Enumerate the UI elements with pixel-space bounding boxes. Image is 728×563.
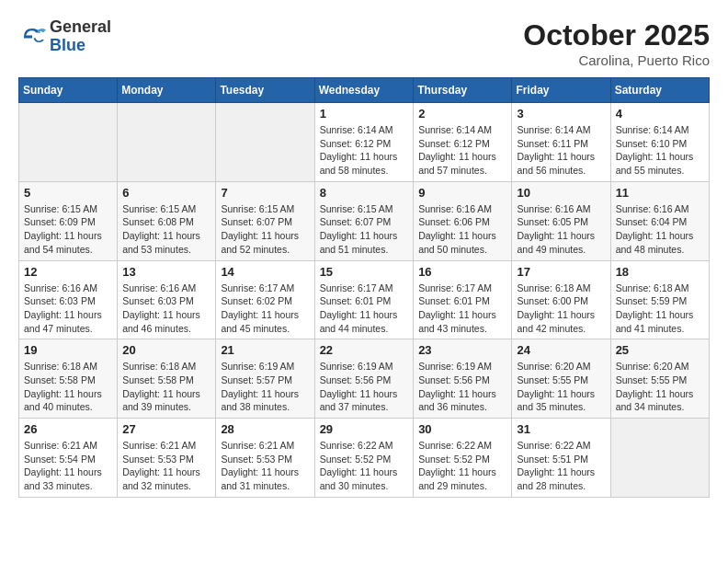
day-number: 8	[320, 186, 409, 200]
logo-general-text: General	[50, 17, 111, 36]
day-info: Sunrise: 6:20 AMSunset: 5:55 PMDaylight:…	[517, 360, 605, 414]
day-number: 24	[517, 343, 605, 357]
day-header-sunday: Sunday	[19, 78, 118, 103]
calendar-week-row: 1Sunrise: 6:14 AMSunset: 6:12 PMDaylight…	[19, 103, 710, 182]
calendar-cell: 18Sunrise: 6:18 AMSunset: 5:59 PMDayligh…	[610, 260, 709, 339]
day-info: Sunrise: 6:17 AMSunset: 6:01 PMDaylight:…	[418, 282, 506, 336]
calendar-header-row: SundayMondayTuesdayWednesdayThursdayFrid…	[19, 78, 710, 103]
day-number: 1	[320, 107, 409, 121]
day-number: 25	[616, 343, 704, 357]
day-number: 3	[517, 107, 605, 121]
calendar: SundayMondayTuesdayWednesdayThursdayFrid…	[18, 77, 710, 498]
day-info: Sunrise: 6:22 AMSunset: 5:52 PMDaylight:…	[418, 439, 506, 493]
header: General Blue October 2025 Carolina, Puer…	[18, 18, 710, 68]
day-info: Sunrise: 6:14 AMSunset: 6:11 PMDaylight:…	[517, 123, 605, 178]
calendar-cell: 14Sunrise: 6:17 AMSunset: 6:02 PMDayligh…	[216, 260, 314, 339]
day-number: 17	[517, 265, 605, 279]
day-number: 26	[24, 422, 112, 436]
calendar-cell: 15Sunrise: 6:17 AMSunset: 6:01 PMDayligh…	[314, 260, 414, 339]
day-header-monday: Monday	[118, 78, 216, 103]
calendar-cell: 19Sunrise: 6:18 AMSunset: 5:58 PMDayligh…	[19, 339, 118, 419]
day-header-saturday: Saturday	[610, 78, 709, 103]
calendar-cell: 12Sunrise: 6:16 AMSunset: 6:03 PMDayligh…	[19, 260, 118, 339]
day-number: 21	[221, 343, 309, 357]
logo-icon	[18, 23, 46, 51]
day-info: Sunrise: 6:18 AMSunset: 6:00 PMDaylight:…	[517, 282, 605, 336]
day-info: Sunrise: 6:15 AMSunset: 6:09 PMDaylight:…	[24, 202, 112, 257]
day-number: 20	[122, 343, 210, 357]
logo: General Blue	[18, 18, 111, 55]
calendar-cell: 5Sunrise: 6:15 AMSunset: 6:09 PMDaylight…	[19, 181, 118, 260]
calendar-cell: 20Sunrise: 6:18 AMSunset: 5:58 PMDayligh…	[118, 339, 216, 419]
day-number: 14	[221, 265, 309, 279]
day-info: Sunrise: 6:19 AMSunset: 5:56 PMDaylight:…	[418, 360, 506, 414]
day-info: Sunrise: 6:22 AMSunset: 5:51 PMDaylight:…	[517, 439, 605, 493]
day-info: Sunrise: 6:17 AMSunset: 6:02 PMDaylight:…	[221, 282, 309, 336]
day-info: Sunrise: 6:15 AMSunset: 6:07 PMDaylight:…	[320, 202, 409, 257]
calendar-cell: 7Sunrise: 6:15 AMSunset: 6:07 PMDaylight…	[216, 181, 314, 260]
day-number: 15	[320, 265, 409, 279]
day-info: Sunrise: 6:15 AMSunset: 6:08 PMDaylight:…	[122, 202, 210, 257]
day-number: 12	[24, 265, 112, 279]
day-number: 11	[616, 186, 704, 200]
day-number: 7	[221, 186, 309, 200]
day-number: 5	[24, 186, 112, 200]
day-info: Sunrise: 6:21 AMSunset: 5:54 PMDaylight:…	[24, 439, 112, 493]
day-info: Sunrise: 6:14 AMSunset: 6:12 PMDaylight:…	[418, 123, 506, 178]
day-number: 13	[122, 265, 210, 279]
calendar-cell: 22Sunrise: 6:19 AMSunset: 5:56 PMDayligh…	[314, 339, 414, 419]
calendar-cell: 11Sunrise: 6:16 AMSunset: 6:04 PMDayligh…	[610, 181, 709, 260]
day-info: Sunrise: 6:18 AMSunset: 5:58 PMDaylight:…	[24, 360, 112, 414]
day-info: Sunrise: 6:16 AMSunset: 6:03 PMDaylight:…	[24, 282, 112, 336]
logo-blue-text: Blue	[50, 36, 85, 54]
day-number: 27	[122, 422, 210, 436]
day-info: Sunrise: 6:17 AMSunset: 6:01 PMDaylight:…	[320, 282, 409, 336]
day-number: 9	[418, 186, 506, 200]
day-number: 4	[616, 107, 704, 121]
day-info: Sunrise: 6:21 AMSunset: 5:53 PMDaylight:…	[122, 439, 210, 493]
calendar-cell: 31Sunrise: 6:22 AMSunset: 5:51 PMDayligh…	[512, 419, 610, 498]
calendar-week-row: 26Sunrise: 6:21 AMSunset: 5:54 PMDayligh…	[19, 419, 710, 498]
calendar-cell: 24Sunrise: 6:20 AMSunset: 5:55 PMDayligh…	[512, 339, 610, 419]
day-info: Sunrise: 6:16 AMSunset: 6:03 PMDaylight:…	[122, 282, 210, 336]
day-header-friday: Friday	[512, 78, 610, 103]
day-header-tuesday: Tuesday	[216, 78, 314, 103]
calendar-cell: 21Sunrise: 6:19 AMSunset: 5:57 PMDayligh…	[216, 339, 314, 419]
calendar-cell: 1Sunrise: 6:14 AMSunset: 6:12 PMDaylight…	[314, 103, 414, 182]
day-info: Sunrise: 6:16 AMSunset: 6:06 PMDaylight:…	[418, 202, 506, 257]
calendar-cell: 9Sunrise: 6:16 AMSunset: 6:06 PMDaylight…	[414, 181, 512, 260]
calendar-cell	[118, 103, 216, 182]
day-header-thursday: Thursday	[414, 78, 512, 103]
location-subtitle: Carolina, Puerto Rico	[523, 52, 710, 68]
calendar-cell: 30Sunrise: 6:22 AMSunset: 5:52 PMDayligh…	[414, 419, 512, 498]
calendar-cell	[610, 419, 709, 498]
calendar-cell: 2Sunrise: 6:14 AMSunset: 6:12 PMDaylight…	[414, 103, 512, 182]
day-info: Sunrise: 6:16 AMSunset: 6:05 PMDaylight:…	[517, 202, 605, 257]
day-info: Sunrise: 6:18 AMSunset: 5:58 PMDaylight:…	[122, 360, 210, 414]
day-number: 16	[418, 265, 506, 279]
calendar-cell: 26Sunrise: 6:21 AMSunset: 5:54 PMDayligh…	[19, 419, 118, 498]
calendar-cell: 8Sunrise: 6:15 AMSunset: 6:07 PMDaylight…	[314, 181, 414, 260]
day-number: 31	[517, 422, 605, 436]
calendar-cell: 27Sunrise: 6:21 AMSunset: 5:53 PMDayligh…	[118, 419, 216, 498]
calendar-cell: 29Sunrise: 6:22 AMSunset: 5:52 PMDayligh…	[314, 419, 414, 498]
month-title: October 2025	[523, 18, 710, 52]
day-number: 19	[24, 343, 112, 357]
day-number: 22	[320, 343, 409, 357]
day-number: 6	[122, 186, 210, 200]
title-area: October 2025 Carolina, Puerto Rico	[523, 18, 710, 68]
calendar-cell: 16Sunrise: 6:17 AMSunset: 6:01 PMDayligh…	[414, 260, 512, 339]
day-info: Sunrise: 6:14 AMSunset: 6:10 PMDaylight:…	[616, 123, 704, 178]
day-info: Sunrise: 6:21 AMSunset: 5:53 PMDaylight:…	[221, 439, 309, 493]
day-info: Sunrise: 6:19 AMSunset: 5:56 PMDaylight:…	[320, 360, 409, 414]
calendar-cell: 28Sunrise: 6:21 AMSunset: 5:53 PMDayligh…	[216, 419, 314, 498]
day-info: Sunrise: 6:19 AMSunset: 5:57 PMDaylight:…	[221, 360, 309, 414]
day-info: Sunrise: 6:14 AMSunset: 6:12 PMDaylight:…	[320, 123, 409, 178]
calendar-cell: 23Sunrise: 6:19 AMSunset: 5:56 PMDayligh…	[414, 339, 512, 419]
calendar-cell	[216, 103, 314, 182]
day-header-wednesday: Wednesday	[314, 78, 414, 103]
calendar-week-row: 19Sunrise: 6:18 AMSunset: 5:58 PMDayligh…	[19, 339, 710, 419]
calendar-cell: 17Sunrise: 6:18 AMSunset: 6:00 PMDayligh…	[512, 260, 610, 339]
calendar-week-row: 5Sunrise: 6:15 AMSunset: 6:09 PMDaylight…	[19, 181, 710, 260]
day-info: Sunrise: 6:18 AMSunset: 5:59 PMDaylight:…	[616, 282, 704, 336]
